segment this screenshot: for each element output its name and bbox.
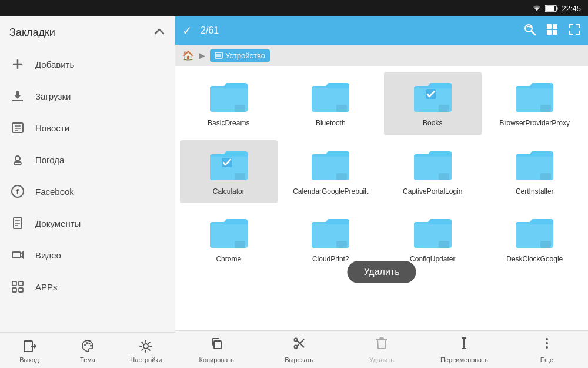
theme-icon: [80, 339, 95, 354]
search-refresh-icon[interactable]: [523, 23, 536, 39]
folder-icon-books: [412, 79, 454, 114]
copy-icon: [209, 336, 223, 354]
delete-floating-button[interactable]: Удалить: [347, 261, 416, 283]
sidebar-item-apps-label: APPs: [35, 282, 58, 292]
news-icon: [9, 120, 26, 136]
sidebar-title: Закладки: [9, 26, 55, 39]
svg-text:f: f: [16, 187, 19, 196]
folder-item-calendargoogleprebuilt[interactable]: CalendarGooglePrebuilt: [282, 140, 380, 204]
sidebar-item-downloads-label: Загрузки: [35, 91, 71, 101]
exit-icon: [22, 339, 37, 354]
chevron-up-icon: [153, 25, 166, 38]
sidebar-item-news[interactable]: Новости: [0, 112, 175, 144]
svg-rect-54: [540, 241, 551, 248]
breadcrumb-device[interactable]: Устройство: [210, 49, 270, 62]
folder-icon-certinstaller: [513, 147, 556, 183]
svg-point-65: [546, 346, 548, 349]
svg-point-27: [84, 344, 86, 346]
sidebar-items: Добавить Загрузки: [0, 48, 175, 332]
sidebar-item-downloads[interactable]: Загрузки: [0, 80, 175, 112]
fm-header: ✓ 2/61: [175, 16, 588, 45]
svg-rect-43: [439, 105, 449, 112]
folder-item-bluetooth[interactable]: Bluetooth: [282, 72, 380, 135]
svg-rect-52: [336, 241, 347, 248]
breadcrumb-device-label: Устройство: [225, 51, 265, 60]
sidebar-bottom-exit[interactable]: Выход: [0, 333, 58, 368]
grid-view-icon[interactable]: [546, 23, 559, 39]
sidebar-bottom-theme[interactable]: Тема: [58, 333, 116, 368]
svg-rect-1: [557, 7, 558, 10]
fm-toolbar: Копировать Вырезать: [175, 330, 588, 368]
folder-item-captiveportallogin[interactable]: CaptivePortalLogin: [384, 140, 482, 204]
sidebar-bottom-theme-label: Тема: [80, 356, 95, 363]
document-icon: [9, 215, 26, 231]
folder-item-books[interactable]: Books: [384, 72, 482, 135]
toolbar-more[interactable]: Еще: [506, 331, 588, 368]
svg-rect-49: [439, 173, 449, 180]
svg-rect-24: [19, 288, 23, 292]
sidebar-collapse-button[interactable]: [153, 25, 166, 40]
svg-point-29: [88, 343, 90, 344]
svg-rect-19: [12, 252, 21, 258]
folder-icon-configupdater: [412, 215, 454, 250]
scissors-icon: [292, 336, 306, 354]
folder-name-bluetooth: Bluetooth: [316, 119, 346, 128]
svg-rect-23: [12, 288, 16, 292]
folder-item-chrome[interactable]: Chrome: [180, 208, 278, 271]
folder-icon-cloudprint2: [309, 215, 352, 250]
sidebar-item-documents[interactable]: Документы: [0, 207, 175, 239]
wifi-icon: [532, 4, 542, 12]
folder-item-deskclockgoogle[interactable]: DeskClockGoogle: [486, 208, 584, 271]
svg-rect-46: [235, 173, 245, 180]
svg-line-59: [297, 340, 304, 347]
rename-icon: [457, 336, 471, 354]
sidebar-item-apps[interactable]: APPs: [0, 271, 175, 303]
svg-rect-22: [19, 281, 23, 286]
svg-point-30: [90, 345, 92, 347]
sidebar-header: Закладки: [0, 16, 175, 48]
fullscreen-icon[interactable]: [568, 23, 581, 39]
settings-icon: [138, 339, 153, 354]
sidebar-item-video[interactable]: Видео: [0, 239, 175, 271]
toolbar-delete[interactable]: Удалить: [340, 331, 423, 368]
folder-name-configupdater: ConfigUpdater: [410, 255, 455, 264]
folder-item-basicdreams[interactable]: BasicDreams: [180, 72, 278, 135]
folder-icon-browserproviderproxy: [513, 79, 556, 114]
status-icons: 22:45: [532, 4, 581, 13]
svg-rect-40: [216, 54, 221, 57]
facebook-icon: f: [9, 183, 26, 200]
sidebar-item-facebook-label: Facebook: [35, 187, 74, 197]
toolbar-cut[interactable]: Вырезать: [258, 331, 340, 368]
folder-item-calculator[interactable]: Calculator: [180, 140, 278, 204]
sidebar-item-add[interactable]: Добавить: [0, 48, 175, 80]
svg-rect-53: [439, 241, 449, 248]
fm-breadcrumb: 🏠 ▶ Устройство: [175, 45, 588, 66]
folder-name-basicdreams: BasicDreams: [208, 119, 249, 128]
svg-rect-21: [12, 281, 16, 286]
toolbar-rename[interactable]: Переименовать: [423, 331, 505, 368]
toolbar-copy-label: Копировать: [199, 356, 234, 363]
sidebar-item-weather[interactable]: Погода: [0, 144, 175, 175]
svg-point-63: [546, 338, 548, 340]
fm-count: 2/61: [201, 25, 517, 36]
svg-rect-45: [540, 105, 551, 112]
breadcrumb-home-icon[interactable]: 🏠: [182, 50, 194, 61]
svg-point-64: [546, 342, 548, 344]
sidebar: Закладки Добавить: [0, 16, 175, 368]
folder-icon-chrome: [208, 215, 250, 250]
folder-item-browserproviderproxy[interactable]: BrowserProviderProxy: [486, 72, 584, 135]
plus-icon: [9, 56, 26, 72]
toolbar-more-label: Еще: [540, 356, 553, 363]
svg-rect-2: [546, 6, 554, 11]
sidebar-item-news-label: Новости: [35, 123, 69, 133]
folder-name-calculator: Calculator: [213, 187, 245, 197]
folder-icon-deskclockgoogle: [513, 215, 556, 250]
sidebar-item-facebook[interactable]: f Facebook: [0, 175, 175, 207]
folder-name-chrome: Chrome: [216, 255, 241, 264]
toolbar-copy[interactable]: Копировать: [175, 331, 258, 368]
folder-name-deskclockgoogle: DeskClockGoogle: [506, 255, 563, 264]
sidebar-bottom-settings[interactable]: Настройки: [117, 333, 175, 368]
svg-rect-51: [235, 241, 245, 248]
folder-item-certinstaller[interactable]: CertInstaller: [486, 140, 584, 204]
device-storage-icon: [215, 51, 223, 59]
